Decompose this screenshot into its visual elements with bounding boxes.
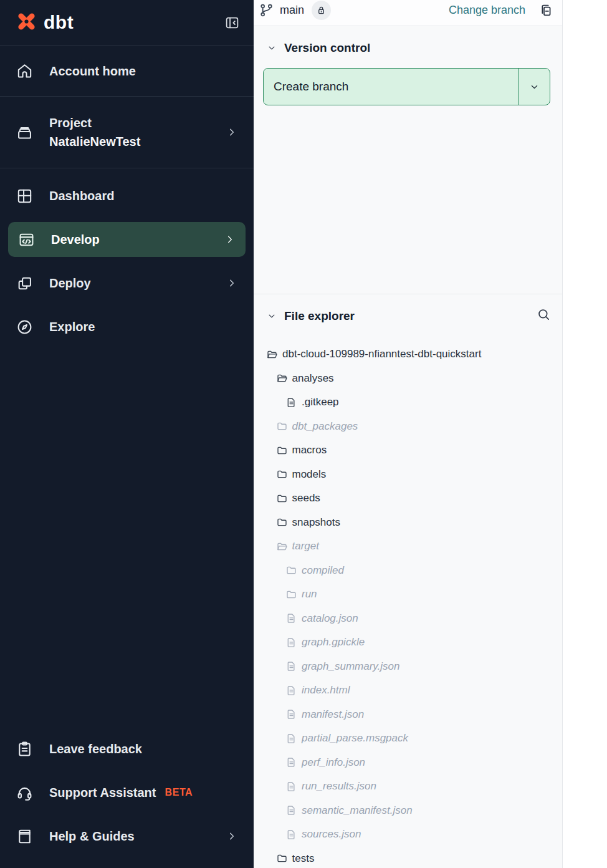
tree-item-file[interactable]: graph.gpickle <box>254 630 562 655</box>
explore-icon <box>16 318 34 336</box>
sidebar-item-project[interactable]: ProjectNatalieNewTest <box>0 97 254 168</box>
tree-item-folder[interactable]: tests <box>254 847 562 868</box>
tree-item-name: index.html <box>302 684 350 697</box>
develop-icon <box>17 231 36 249</box>
tree-item-folder[interactable]: models <box>254 463 562 487</box>
home-icon <box>16 62 34 80</box>
file-icon <box>285 829 297 841</box>
dbt-home-link[interactable]: dbt <box>15 10 74 36</box>
search-icon[interactable] <box>537 307 551 324</box>
sidebar: dbt Account homeProjectNatalieNewTestDas… <box>0 0 254 868</box>
tree-item-folder[interactable]: dbt-cloud-109989-nfianntest-dbt-quicksta… <box>254 342 562 367</box>
tree-item-file[interactable]: manifest.json <box>254 703 562 727</box>
version-control-title: Version control <box>284 41 370 55</box>
version-control-section: Version control Create branch <box>254 26 562 294</box>
tree-item-folder[interactable]: analyses <box>254 367 562 391</box>
tree-item-file[interactable]: index.html <box>254 678 562 703</box>
tree-item-folder[interactable]: dbt_packages <box>254 415 562 439</box>
sidebar-item-label: Help & Guides <box>49 829 135 843</box>
tree-item-name: seeds <box>292 492 320 504</box>
sidebar-item-label-wrap: Develop <box>51 230 100 249</box>
tree-item-file[interactable]: perf_info.json <box>254 751 562 775</box>
branch-lock-badge <box>312 1 331 20</box>
tree-item-name: partial_parse.msgpack <box>302 732 408 745</box>
create-branch-button[interactable]: Create branch <box>264 69 519 105</box>
folder-icon <box>276 468 288 480</box>
folder-icon <box>285 564 297 576</box>
tree-item-file[interactable]: catalog.json <box>254 607 562 631</box>
file-icon <box>285 637 297 649</box>
tree-item-folder[interactable]: run <box>254 582 562 607</box>
sidebar-item-deploy[interactable]: Deploy <box>0 261 254 305</box>
tree-item-name: dbt_packages <box>292 420 358 433</box>
tree-item-name: graph.gpickle <box>302 636 365 649</box>
chevron-right-icon <box>226 126 238 138</box>
file-explorer-header[interactable]: File explorer <box>254 307 562 324</box>
tree-item-file[interactable]: semantic_manifest.json <box>254 799 562 823</box>
file-icon <box>285 756 297 768</box>
sidebar-item-label: Support Assistant <box>49 786 156 799</box>
headset-icon <box>16 784 34 802</box>
branch-name: main <box>280 4 304 17</box>
version-control-header[interactable]: Version control <box>263 41 550 55</box>
sidebar-item-dashboard[interactable]: Dashboard <box>0 174 254 218</box>
tree-item-file[interactable]: sources.json <box>254 822 562 847</box>
brand-name: dbt <box>44 12 74 33</box>
tree-item-file[interactable]: run_results.json <box>254 774 562 799</box>
sidebar-item-label-wrap: Dashboard <box>49 186 114 205</box>
tree-item-name: snapshots <box>292 516 341 529</box>
change-branch-link[interactable]: Change branch <box>449 4 525 17</box>
clipboard-icon <box>16 740 34 758</box>
sidebar-item-leave-feedback[interactable]: Leave feedback <box>0 727 254 771</box>
file-tree: dbt-cloud-109989-nfianntest-dbt-quicksta… <box>254 342 562 868</box>
tree-item-folder[interactable]: seeds <box>254 486 562 511</box>
folder-icon <box>276 445 288 456</box>
sidebar-item-sublabel: NatalieNewTest <box>49 135 140 148</box>
folder-icon <box>276 493 288 504</box>
brand-row: dbt <box>0 0 254 46</box>
tree-item-name: .gitkeep <box>302 396 339 408</box>
folder-open-icon <box>266 349 278 360</box>
tree-item-file[interactable]: .gitkeep <box>254 390 562 415</box>
sidebar-item-label-wrap: ProjectNatalieNewTest <box>49 113 140 151</box>
chevron-down-icon <box>267 311 277 321</box>
file-icon <box>285 733 297 745</box>
book-icon <box>16 827 34 846</box>
primary-nav: Account homeProjectNatalieNewTestDashboa… <box>0 46 254 349</box>
collapse-sidebar-button[interactable] <box>224 15 240 31</box>
chevron-right-icon <box>226 277 238 289</box>
sidebar-item-develop[interactable]: Develop <box>8 222 246 257</box>
folder-open-icon <box>276 372 288 384</box>
tree-item-file[interactable]: partial_parse.msgpack <box>254 726 562 751</box>
tree-item-folder[interactable]: snapshots <box>254 511 562 535</box>
tree-item-folder[interactable]: macros <box>254 438 562 463</box>
git-branch-icon <box>259 2 274 18</box>
copy-icon[interactable] <box>538 2 553 18</box>
editor-area <box>563 0 607 868</box>
tree-item-name: sources.json <box>302 828 361 841</box>
tree-item-folder[interactable]: compiled <box>254 559 562 583</box>
create-branch-dropdown-toggle[interactable] <box>519 69 550 105</box>
sidebar-item-label-wrap: Support Assistant <box>49 783 156 802</box>
tree-item-name: compiled <box>302 564 344 577</box>
sidebar-item-label: Develop <box>51 233 100 246</box>
tree-item-name: analyses <box>292 372 334 385</box>
sidebar-item-account-home[interactable]: Account home <box>0 46 254 97</box>
branch-actions: Change branch <box>449 2 553 18</box>
tree-item-name: semantic_manifest.json <box>302 804 413 817</box>
sidebar-item-help-guides[interactable]: Help & Guides <box>0 814 254 858</box>
tree-item-file[interactable]: graph_summary.json <box>254 655 562 679</box>
sidebar-item-label: Dashboard <box>49 189 114 203</box>
tree-item-name: run_results.json <box>302 780 376 793</box>
sidebar-item-explore[interactable]: Explore <box>0 305 254 349</box>
file-icon <box>285 708 297 720</box>
sidebar-item-label-wrap: Explore <box>49 317 95 336</box>
deploy-icon <box>16 274 34 292</box>
folder-icon <box>285 589 297 600</box>
file-icon <box>285 804 297 816</box>
tree-item-folder[interactable]: target <box>254 534 562 559</box>
tree-item-name: graph_summary.json <box>302 660 399 673</box>
folder-open-icon <box>276 541 288 552</box>
sidebar-item-support-assistant[interactable]: Support AssistantBETA <box>0 771 254 814</box>
dbt-logo-icon <box>15 10 38 36</box>
